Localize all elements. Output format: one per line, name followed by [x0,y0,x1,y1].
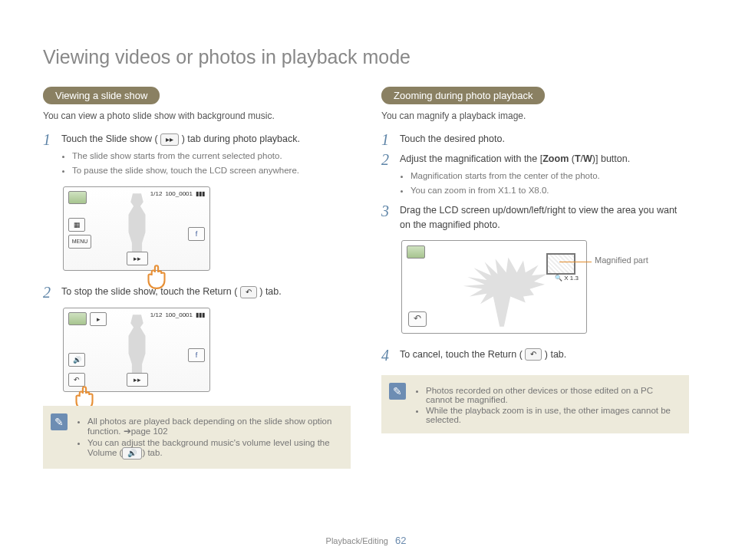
battery-icon: ▮▮▮ [196,190,205,197]
step1-text-b: ) tab during photo playback. [182,133,300,144]
menu-button: MENU [68,235,91,249]
rstep3-text: Drag the LCD screen up/down/left/right t… [400,203,689,232]
return-icon: ↶ [525,348,542,361]
volume-icon: 🔊 [68,353,85,367]
return-tab-icon: ↶ [408,311,427,327]
page-title: Viewing videos or photos in playback mod… [43,46,689,68]
lcd-screenshot-2: ▸ 1/12 100_0001 ▮▮▮ 🔊 ↶ f ▸▸ [63,308,210,392]
step-number: 1 [381,132,392,147]
right-step-1: 1 Touch the desired photo. [381,132,689,147]
facebook-icon: f [188,227,205,241]
slideshow-icon: ▸▸ [160,133,179,146]
step-number: 3 [381,203,392,232]
step-number: 1 [43,132,54,179]
section-heading-zoom: Zooming during photo playback [381,87,545,104]
left-step-2: 2 To stop the slide show, touch the Retu… [43,285,351,300]
file-name: 100_0001 [165,190,193,197]
left-step-1: 1 Touch the Slide show ( ▸▸ ) tab during… [43,132,351,179]
right-note-bullet-1: Photos recorded on other devices or thos… [426,386,680,404]
slideshow-tab-icon: ▸▸ [127,373,148,387]
w-bold: W [583,153,592,164]
facebook-icon: f [188,348,205,362]
file-name: 100_0001 [165,311,193,318]
callout-line [559,262,592,262]
rstep2-a: Adjust the magnification with the [ [400,153,542,164]
palm-tree-silhouette [448,252,556,327]
step1-bullet-2: To pause the slide show, touch the LCD s… [72,164,300,177]
play-icon: ▸ [90,312,107,326]
rstep2-bullet-1: Magnification starts from the center of … [411,170,630,183]
thumbnail-icon [68,312,87,325]
two-column-layout: Viewing a slide show You can view a phot… [43,87,689,469]
footer-section: Playback/Editing [326,536,388,545]
lcd-screenshot-1: 1/12 100_0001 ▮▮▮ ▦ MENU f ▸▸ [63,186,210,271]
rstep4-a: To cancel, touch the Return ( [400,349,523,360]
right-step-4: 4 To cancel, touch the Return ( ↶ ) tab. [381,348,689,363]
photo-counter: 1/12 [150,311,163,318]
page-footer: Playback/Editing 62 [0,535,732,546]
slideshow-intro: You can view a photo slide show with bac… [43,110,351,121]
zoom-intro: You can magnify a playback image. [381,110,689,121]
photo-counter: 1/12 [150,190,163,197]
rstep4-b: ) tab. [545,349,567,360]
left-note-box: ✎ All photos are played back depending o… [43,406,351,469]
zoom-level-label: 🔍 X 1.3 [555,275,579,282]
return-icon: ↶ [240,286,257,298]
step-number: 2 [381,152,392,199]
touch-hand-icon [140,258,173,290]
step-number: 2 [43,285,54,300]
left-note-bullet-1: All photos are played back depending on … [87,417,341,436]
lcd-screenshot-zoom: 🔍 X 1.3 ↶ [401,240,587,334]
grid-icon: ▦ [68,218,85,232]
zoom-bold: Zoom [542,153,569,164]
note-icon: ✎ [51,413,68,430]
step1-bullet-1: The slide show starts from the current s… [72,150,300,163]
step1-text-a: Touch the Slide show ( [61,133,158,144]
step-number: 4 [381,348,392,363]
section-heading-slideshow: Viewing a slide show [43,87,160,104]
thumbnail-icon [407,245,425,259]
right-note-bullet-2: While the playback zoom is in use, the o… [426,406,680,424]
right-step-3: 3 Drag the LCD screen up/down/left/right… [381,203,689,232]
right-step-2: 2 Adjust the magnification with the [Zoo… [381,152,689,199]
rstep2-bullet-2: You can zoom in from X1.1 to X8.0. [411,184,630,197]
magnified-region-box [546,253,575,275]
battery-icon: ▮▮▮ [196,311,205,318]
right-note-box: ✎ Photos recorded on other devices or th… [381,375,689,433]
step2-text-b: ) tab. [259,286,282,297]
left-column: Viewing a slide show You can view a phot… [43,87,351,469]
note-icon: ✎ [389,383,406,400]
thumbnail-icon [68,191,87,204]
t-bold: T [575,153,581,164]
callout-label: Magnified part [595,255,648,265]
right-column: Zooming during photo playback You can ma… [381,87,689,469]
page-number: 62 [395,535,406,546]
volume-icon: 🔊 [122,447,142,460]
left-note-bullet-2: You can adjust the background music's vo… [87,438,341,460]
rstep1-text: Touch the desired photo. [400,132,505,147]
